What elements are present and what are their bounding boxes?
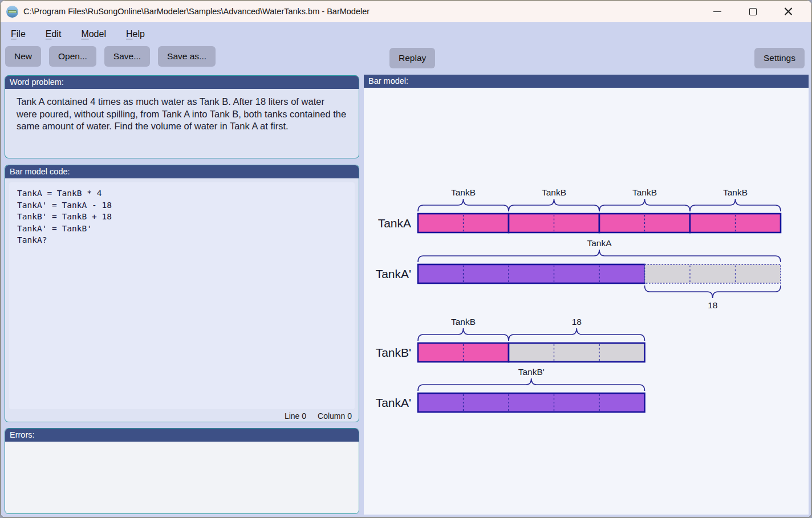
open-button[interactable]: Open... <box>49 46 96 67</box>
brace <box>690 199 781 211</box>
menu-model[interactable]: Model <box>80 28 107 40</box>
brace <box>418 199 509 211</box>
brace <box>418 328 509 341</box>
brace-label: TankB <box>542 187 566 197</box>
bar-segment-gray <box>509 343 645 362</box>
toolbar: NewOpen...Save...Save as... Replay Setti… <box>1 46 811 72</box>
brace <box>509 199 599 211</box>
bar-segment-gray <box>645 264 781 283</box>
brace-label: TankB <box>632 187 657 197</box>
bar-row-label: TankA' <box>376 396 411 409</box>
minimize-button[interactable] <box>700 2 735 21</box>
brace-label: TankB <box>451 317 476 327</box>
code-line: TankA' = TankB' <box>17 223 347 235</box>
bar-row-label: TankA <box>378 217 411 230</box>
brace <box>418 250 781 262</box>
brace-label: 18 <box>708 300 717 310</box>
brace-label: TankB <box>723 187 748 197</box>
errors-header: Errors: <box>5 429 359 442</box>
close-icon <box>784 7 793 16</box>
word-problem-text[interactable]: Tank A contained 4 times as much water a… <box>5 89 359 133</box>
code-panel-header: Bar model code: <box>5 165 359 178</box>
code-line: TankA' = TankA - 18 <box>17 199 347 211</box>
new-button[interactable]: New <box>5 46 41 67</box>
bar-row-label: TankB' <box>376 346 411 359</box>
bar-row-label: TankA' <box>376 267 411 280</box>
errors-panel: Errors: <box>5 428 359 514</box>
brace-label: TankB' <box>518 367 545 377</box>
brace-label: TankA <box>587 238 612 248</box>
menubar: FileEditModelHelp <box>1 22 811 46</box>
code-editor[interactable]: TankA = TankB * 4TankA' = TankA - 18Tank… <box>9 182 355 409</box>
bar-model-code-panel: Bar model code: TankA = TankB * 4TankA' … <box>5 165 359 422</box>
menu-help[interactable]: Help <box>125 28 146 40</box>
maximize-button[interactable] <box>735 2 770 21</box>
close-button[interactable] <box>770 2 806 21</box>
replay-button[interactable]: Replay <box>389 48 435 68</box>
bar-segment-purple <box>418 393 645 412</box>
save-as-button[interactable]: Save as... <box>158 46 216 67</box>
word-problem-header: Word problem: <box>5 76 359 89</box>
bar-model-header: Bar model: <box>364 75 809 88</box>
window-controls <box>700 2 806 21</box>
settings-button[interactable]: Settings <box>754 48 805 68</box>
titlebar: C:\Program Files\RuSongOnline\BarModeler… <box>1 1 811 22</box>
menu-edit[interactable]: Edit <box>44 28 63 40</box>
word-problem-panel: Word problem: Tank A contained 4 times a… <box>5 75 359 158</box>
maximize-icon <box>749 8 757 15</box>
line-indicator: Line 0 <box>285 411 306 421</box>
code-line: TankA = TankB * 4 <box>17 187 347 199</box>
bar-model-panel: Bar model: TankATankBTankBTankBTankBTank… <box>364 75 809 515</box>
brace <box>645 285 781 298</box>
bar-segment-purple <box>418 264 645 283</box>
brace-label: 18 <box>572 317 582 327</box>
minimize-icon <box>713 11 721 12</box>
brace <box>418 378 645 391</box>
app-window: C:\Program Files\RuSongOnline\BarModeler… <box>0 0 812 518</box>
brace <box>509 328 645 341</box>
code-line: TankB' = TankB + 18 <box>17 211 347 223</box>
column-indicator: Column 0 <box>318 411 352 421</box>
menu-file[interactable]: File <box>10 28 27 40</box>
app-logo-icon <box>6 6 18 18</box>
file-buttons-group: NewOpen...Save...Save as... <box>5 46 216 67</box>
brace <box>599 199 690 211</box>
brace-label: TankB <box>451 187 476 197</box>
window-title: C:\Program Files\RuSongOnline\BarModeler… <box>23 7 370 16</box>
code-status-bar: Line 0 Column 0 <box>285 411 352 421</box>
code-line: TankA? <box>17 234 347 246</box>
save-button[interactable]: Save... <box>104 46 150 67</box>
bar-model-canvas: TankATankBTankBTankBTankBTankA'TankA18Ta… <box>364 88 809 515</box>
